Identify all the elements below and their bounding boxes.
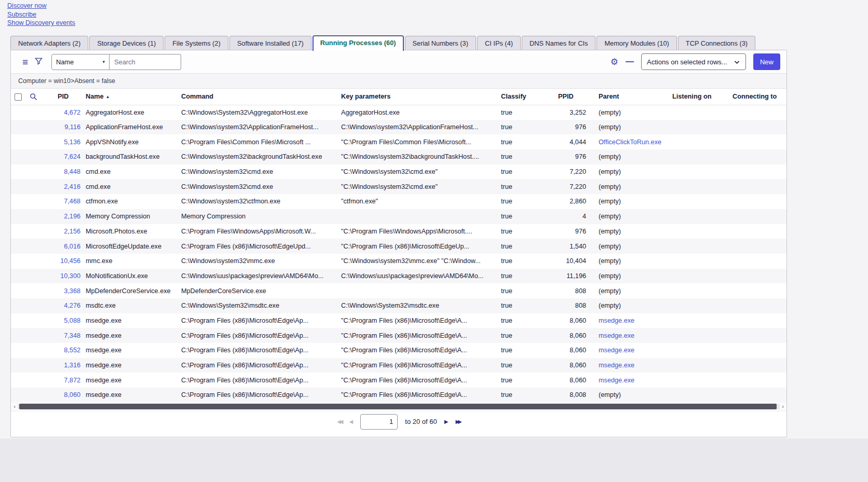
tab-storage-devices-1[interactable]: Storage Devices (1) [89,36,164,51]
pid-link[interactable]: 3,368 [64,287,80,295]
cell-ppid: 2,860 [550,194,598,209]
list-menu-icon[interactable]: ≡ [18,57,32,67]
parent-link[interactable]: OfficeClickToRun.exe [599,139,661,146]
cell-pid: 9,116 [41,120,85,135]
table-row: 4,276msdtc.exeC:\Windows\System32\msdtc.… [11,298,786,313]
pid-link[interactable]: 2,416 [64,183,80,190]
column-header-command[interactable]: Command [181,89,341,105]
tab-software-installed-17[interactable]: Software Installed (17) [229,36,311,51]
cell-name: ApplicationFrameHost.exe [85,120,181,135]
actions-on-selected-rows-select[interactable]: Actions on selected rows... [641,53,746,70]
pid-link[interactable]: 2,156 [64,228,80,235]
column-header-listening-on[interactable]: Listening on [672,89,733,105]
pid-link[interactable]: 1,316 [64,362,80,369]
parent-link[interactable]: msedge.exe [599,317,634,324]
tab-memory-modules-10[interactable]: Memory Modules (10) [596,36,676,51]
pid-link[interactable]: 5,088 [64,317,80,324]
tab-running-processes-60[interactable]: Running Processes (60) [313,35,404,51]
pid-link[interactable]: 10,300 [60,272,80,280]
cell-find [25,269,41,284]
cell-find [25,120,41,135]
pid-link[interactable]: 7,348 [64,332,80,339]
cell-con [733,105,786,120]
page-number-input[interactable] [360,414,398,430]
parent-link[interactable]: msedge.exe [599,347,634,354]
cell-sel [11,239,25,254]
breadcrumb[interactable]: Computer = win10>Absent = false [11,73,786,89]
parent-link[interactable]: msedge.exe [599,362,634,369]
pid-link[interactable]: 9,116 [64,123,80,131]
column-header-name[interactable]: Name▲ [85,89,181,105]
scrollbar-thumb[interactable] [19,404,777,409]
cell-lis [672,209,733,224]
cell-con [733,298,786,313]
table-row: 3,368MpDefenderCoreService.exeMpDefender… [11,283,786,298]
show-discovery-events-link[interactable]: Show Discovery events [7,19,868,27]
pid-link[interactable]: 4,276 [64,302,80,309]
table-row: 8,552msedge.exeC:\Program Files (x86)\Mi… [11,343,786,358]
pid-link[interactable]: 5,136 [64,139,80,146]
tab-tcp-connections-3[interactable]: TCP Connections (3) [678,36,755,51]
collapse-icon[interactable]: — [626,57,634,66]
cell-pid: 7,624 [41,149,85,164]
column-header-ppid[interactable]: PPID [550,89,598,105]
tab-serial-numbers-3[interactable]: Serial Numbers (3) [405,36,476,51]
pid-link[interactable]: 7,468 [64,198,80,205]
column-header-pid[interactable]: PID [41,89,85,105]
search-input[interactable] [110,54,181,70]
pid-link[interactable]: 6,016 [64,243,80,250]
tab-ci-ips-4[interactable]: CI IPs (4) [477,36,521,51]
related-links: Discover now Subscribe Show Discovery ev… [0,0,868,27]
pid-link[interactable]: 8,552 [64,347,80,354]
cell-sel [11,283,25,298]
column-header-parent[interactable]: Parent [598,89,672,105]
cell-par: (empty) [598,149,672,164]
select-all-checkbox[interactable] [15,93,22,101]
column-header-key-parameters[interactable]: Key parameters [341,89,501,105]
scrollbar-track[interactable] [18,404,780,409]
search-icon[interactable] [30,93,37,101]
filter-icon[interactable] [32,57,45,66]
pid-link[interactable]: 2,196 [64,213,80,220]
first-page-icon[interactable]: ◀◀ [337,419,342,424]
previous-page-icon[interactable]: ◀ [349,419,354,424]
pid-link[interactable]: 8,060 [64,391,80,398]
cell-ppid: 8,060 [550,358,598,373]
next-page-icon[interactable]: ▶ [444,419,449,424]
cell-sel [11,358,25,373]
cell-par: (empty) [598,179,672,194]
cell-pid: 4,276 [41,298,85,313]
cell-key: "C:\Program Files (x86)\Microsoft\Edge\A… [341,358,501,373]
new-button[interactable]: New [753,53,780,70]
pid-link[interactable]: 4,672 [64,109,80,116]
cell-key: "C:\Windows\system32\mmc.exe" "C:\Window… [341,254,501,269]
pid-link[interactable]: 7,872 [64,377,80,384]
scroll-left-icon[interactable]: ‹ [12,404,17,409]
table-row: 5,088msedge.exeC:\Program Files (x86)\Mi… [11,313,786,328]
tab-file-systems-2[interactable]: File Systems (2) [165,36,228,51]
scroll-right-icon[interactable]: › [780,404,785,409]
subscribe-link[interactable]: Subscribe [7,10,868,19]
cell-cls: true [501,194,550,209]
gear-icon[interactable]: ⚙ [611,57,618,67]
cell-cls: true [501,134,550,149]
cell-pid: 4,672 [41,105,85,120]
pid-link[interactable]: 8,448 [64,168,80,175]
pid-link[interactable]: 10,456 [60,257,80,265]
cell-ppid: 8,008 [550,388,598,403]
search-field-select[interactable]: Name ▾ [51,54,110,70]
last-page-icon[interactable]: ▶▶ [455,419,460,424]
parent-link[interactable]: msedge.exe [599,377,634,384]
tab-network-adapters-2[interactable]: Network Adapters (2) [10,36,88,51]
cell-cmd: C:\Windows\system32\cmd.exe [181,164,341,180]
discover-now-link[interactable]: Discover now [7,2,868,10]
cell-con [733,254,786,269]
pid-link[interactable]: 7,624 [64,153,80,160]
column-header-classify[interactable]: Classify [501,89,550,105]
column-header-connecting-to[interactable]: Connecting to [733,89,786,105]
cell-par: msedge.exe [598,313,672,328]
parent-link[interactable]: msedge.exe [599,332,634,339]
cell-pid: 8,552 [41,343,85,358]
tab-dns-names-for-cis[interactable]: DNS Names for CIs [522,36,595,51]
cell-find [25,209,41,224]
